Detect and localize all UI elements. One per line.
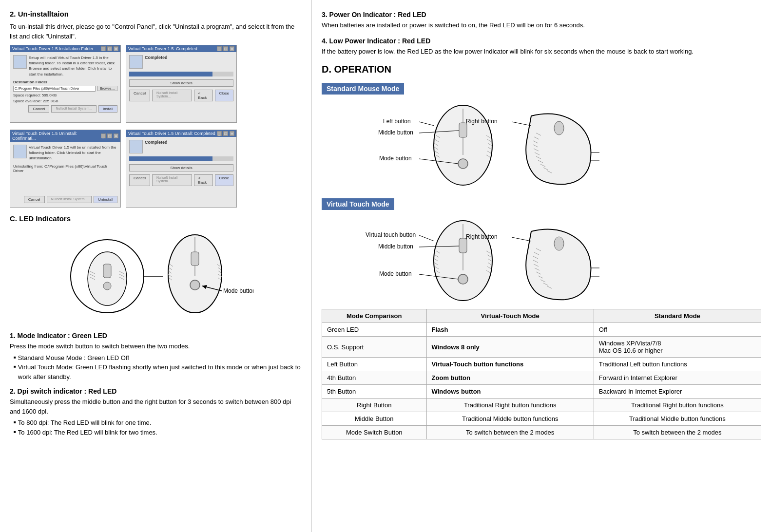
table-cell: Off xyxy=(594,323,761,337)
comparison-table: Mode Comparison Virtual-Touch Mode Stand… xyxy=(322,309,761,439)
progress-bar-2 xyxy=(129,72,233,76)
nullsoft-label-4: Nullsoft Install System... xyxy=(152,174,192,186)
dest-field[interactable]: C:\Program Files (x86)\Virtual Touch Dri… xyxy=(13,86,96,92)
installer-icon-1 xyxy=(13,55,27,69)
table-cell: Mode Switch Button xyxy=(322,426,427,439)
section-d-title: D. OPERATION xyxy=(322,64,761,75)
svg-point-100 xyxy=(554,237,564,250)
svg-rect-13 xyxy=(191,252,199,266)
minimize-btn-1[interactable]: _ xyxy=(101,46,106,51)
title-text-1: Virtual Touch Driver 1.5:Installation Fo… xyxy=(12,46,94,51)
led-info: 1. Mode Indicator : Green LED Press the … xyxy=(10,332,302,437)
standard-mode-svg: Left button Middle button Mode button xyxy=(322,101,599,187)
table-body: Green LEDFlashOffO.S. SupportWindows 8 o… xyxy=(322,323,761,439)
page-container: 2. Un-installtaion To un-install this dr… xyxy=(0,0,771,532)
show-details-area: Show details xyxy=(129,79,233,87)
table-cell: Windows XP/Vista/7/8Mac OS 10.6 or highe… xyxy=(594,337,761,358)
uninstall-btn-row: Cancel Nullsoft Install System... Uninst… xyxy=(13,196,117,203)
close-btn-2[interactable]: × xyxy=(230,46,234,51)
table-row: O.S. SupportWindows 8 onlyWindows XP/Vis… xyxy=(322,337,761,358)
title-bar-4: Virtual Touch Driver 1.5 Uninstall: Comp… xyxy=(126,130,236,137)
cancel-btn-3[interactable]: Cancel xyxy=(24,196,45,203)
cancel-btn-4[interactable]: Cancel xyxy=(129,174,150,186)
show-details-btn[interactable]: Show details xyxy=(129,79,233,87)
table-cell: Zoom button xyxy=(426,371,594,385)
col1-header: Mode Comparison xyxy=(322,309,427,323)
icon-area-3: Virtual Touch Driver 1.5 will be uninsta… xyxy=(13,145,117,161)
completed-label: Completed xyxy=(145,55,168,60)
led-diagram: Mode button xyxy=(10,228,302,325)
installer-icon-2 xyxy=(129,55,143,69)
section2-p1: To un-install this driver, please go to … xyxy=(10,22,302,41)
nullsoft-label-2: Nullsoft Install System... xyxy=(152,90,192,101)
table-header-row: Mode Comparison Virtual-Touch Mode Stand… xyxy=(322,309,761,323)
maximize-btn-3[interactable]: □ xyxy=(107,133,112,138)
dest-input-row: C:\Program Files (x86)\Virtual Touch Dri… xyxy=(13,86,117,92)
show-details-btn-4[interactable]: Show details xyxy=(129,164,233,171)
window-controls-4: _ □ × xyxy=(217,131,234,136)
uninstall-btn[interactable]: Uninstall xyxy=(94,196,117,203)
installer-box-2: Virtual Touch Driver 1.5: Completed _ □ … xyxy=(126,45,237,123)
right-column: 3. Power On Indicator : Red LED When bat… xyxy=(312,0,771,532)
left-column: 2. Un-installtaion To un-install this dr… xyxy=(0,0,312,532)
power-on-p: When batteries are installed or power is… xyxy=(322,20,761,30)
table-cell: Traditional Middle button functions xyxy=(594,412,761,426)
table-cell: Flash xyxy=(426,323,594,337)
led-mouse-svg: Mode button xyxy=(58,228,253,325)
install-btn-1[interactable]: Install xyxy=(98,105,117,113)
install-btn-row: Cancel Nullsoft Install System... Instal… xyxy=(13,105,117,113)
show-details-area-4: Show details xyxy=(129,164,233,171)
close-btn-1[interactable]: × xyxy=(114,46,118,51)
installer-row-1: Virtual Touch Driver 1.5:Installation Fo… xyxy=(10,45,302,123)
nullsoft-label-1: Nullsoft Install System... xyxy=(51,105,96,113)
svg-text:Middle button: Middle button xyxy=(378,129,413,136)
installer-box-4: Virtual Touch Driver 1.5 Uninstall: Comp… xyxy=(126,130,237,208)
cancel-btn-1[interactable]: Cancel xyxy=(28,105,49,113)
section-c-title: C. LED Indicators xyxy=(10,214,302,223)
led2-bullet2: To 1600 dpi: The Red LED will blink for … xyxy=(14,428,302,437)
minimize-btn-4[interactable]: _ xyxy=(217,131,222,136)
title-text-2: Virtual Touch Driver 1.5: Completed xyxy=(128,46,197,51)
svg-point-3 xyxy=(103,282,111,290)
standard-mode-diagram: Left button Middle button Mode button xyxy=(322,101,761,187)
table-row: Right ButtonTraditional Right button fun… xyxy=(322,399,761,412)
table-cell: O.S. Support xyxy=(322,337,427,358)
table-cell: 5th Button xyxy=(322,385,427,399)
maximize-btn-2[interactable]: □ xyxy=(223,46,228,51)
title-text-3: Virtual Touch Driver 1.5 Uninstall: Conf… xyxy=(12,131,101,141)
title-bar-2: Virtual Touch Driver 1.5: Completed _ □ … xyxy=(126,45,236,52)
table-row: 5th ButtonWindows buttonBackward in Inte… xyxy=(322,385,761,399)
installer-content-1: Setup will install Virtual Touch Driver … xyxy=(10,52,120,115)
window-controls-3: _ □ × xyxy=(101,133,118,138)
table-cell: Traditional Middle button functions xyxy=(426,412,594,426)
uninstall-space xyxy=(13,174,117,194)
cancel-btn-2[interactable]: Cancel xyxy=(129,90,150,101)
close-btn-box2[interactable]: Close xyxy=(215,90,233,101)
table-row: Left ButtonVirtual-Touch button function… xyxy=(322,358,761,371)
maximize-btn-4[interactable]: □ xyxy=(223,131,228,136)
dest-label: Destination Folder xyxy=(13,80,117,84)
close-btn-box4[interactable]: Close xyxy=(215,174,233,186)
back-btn-2[interactable]: < Back xyxy=(194,90,213,101)
table-cell: Green LED xyxy=(322,323,427,337)
led1-bullet2: Virtual Touch Mode: Green LED flashing s… xyxy=(14,362,302,381)
minimize-btn-2[interactable]: _ xyxy=(217,46,222,51)
close-btn-4[interactable]: × xyxy=(230,131,234,136)
minimize-btn-3[interactable]: _ xyxy=(101,133,106,138)
installer-icon-3 xyxy=(13,145,27,158)
table-cell: Right Button xyxy=(322,399,427,412)
table-cell: Virtual-Touch button functions xyxy=(426,358,594,371)
svg-text:Middle button: Middle button xyxy=(378,243,413,250)
table-cell: Traditional Left button functions xyxy=(594,358,761,371)
section-c: C. LED Indicators xyxy=(10,214,302,437)
svg-line-83 xyxy=(419,235,434,241)
completed-btn-row: Cancel Nullsoft Install System... < Back… xyxy=(129,90,233,101)
close-btn-3[interactable]: × xyxy=(114,133,118,138)
svg-text:Virtual touch button: Virtual touch button xyxy=(366,231,416,238)
browse-button[interactable]: Browse.... xyxy=(97,86,117,91)
back-btn-4[interactable]: < Back xyxy=(194,174,213,186)
nullsoft-label-3: Nullsoft Install System... xyxy=(47,196,92,203)
svg-text:Mode button: Mode button xyxy=(379,270,412,277)
maximize-btn-1[interactable]: □ xyxy=(107,46,112,51)
table-cell: Backward in Internet Explorer xyxy=(594,385,761,399)
